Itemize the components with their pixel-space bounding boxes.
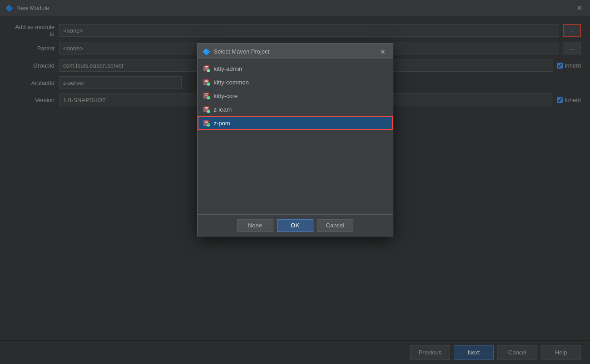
dialog-project-list: m kitty-admin m kitty-common: [198, 60, 393, 214]
dialog-none-button[interactable]: None: [237, 219, 273, 232]
select-maven-project-dialog: 🔷 Select Maven Project ✕ m kit: [197, 43, 393, 236]
svg-rect-21: [205, 108, 208, 109]
list-item-z-pom[interactable]: m z-pom: [198, 116, 393, 130]
dialog-footer: None OK Cancel: [198, 214, 393, 236]
dialog-ok-button[interactable]: OK: [277, 219, 313, 232]
maven-icon-z-learn: m: [203, 106, 210, 113]
dialog-title: Select Maven Project: [214, 48, 270, 55]
svg-rect-2: [205, 66, 208, 67]
svg-text:m: m: [207, 69, 209, 72]
dialog-cancel-button[interactable]: Cancel: [317, 219, 353, 232]
svg-text:m: m: [207, 110, 209, 113]
svg-rect-14: [205, 93, 208, 94]
svg-text:m: m: [207, 97, 209, 99]
svg-text:m: m: [207, 124, 209, 127]
dialog-title-bar: 🔷 Select Maven Project ✕: [198, 44, 393, 60]
list-item-kitty-admin-label: kitty-admin: [214, 65, 243, 72]
list-item-z-learn[interactable]: m z-learn: [198, 103, 393, 116]
dialog-icon: 🔷: [203, 48, 210, 55]
list-item-kitty-common[interactable]: m kitty-common: [198, 75, 393, 89]
dialog-close-button[interactable]: ✕: [378, 47, 387, 56]
maven-icon-kitty-admin: m: [203, 65, 210, 72]
svg-rect-15: [205, 95, 208, 96]
dialog-title-left: 🔷 Select Maven Project: [203, 48, 270, 55]
svg-rect-27: [205, 122, 208, 123]
maven-icon-kitty-common: m: [203, 79, 210, 86]
list-item-z-pom-label: z-pom: [214, 120, 230, 127]
list-item-kitty-core-label: kitty-core: [214, 93, 238, 99]
svg-rect-3: [205, 68, 208, 69]
svg-rect-26: [205, 121, 208, 122]
list-item-kitty-common-label: kitty-common: [214, 79, 249, 86]
svg-rect-9: [205, 81, 208, 82]
svg-rect-20: [205, 107, 208, 108]
maven-icon-z-pom: m: [203, 119, 210, 127]
list-item-kitty-admin[interactable]: m kitty-admin: [198, 62, 393, 75]
dialog-overlay: 🔷 Select Maven Project ✕ m kit: [0, 0, 590, 364]
maven-icon-kitty-core: m: [203, 92, 210, 99]
list-item-z-learn-label: z-learn: [214, 106, 232, 113]
list-item-kitty-core[interactable]: m kitty-core: [198, 89, 393, 103]
svg-text:m: m: [207, 83, 209, 86]
svg-rect-8: [205, 80, 208, 81]
